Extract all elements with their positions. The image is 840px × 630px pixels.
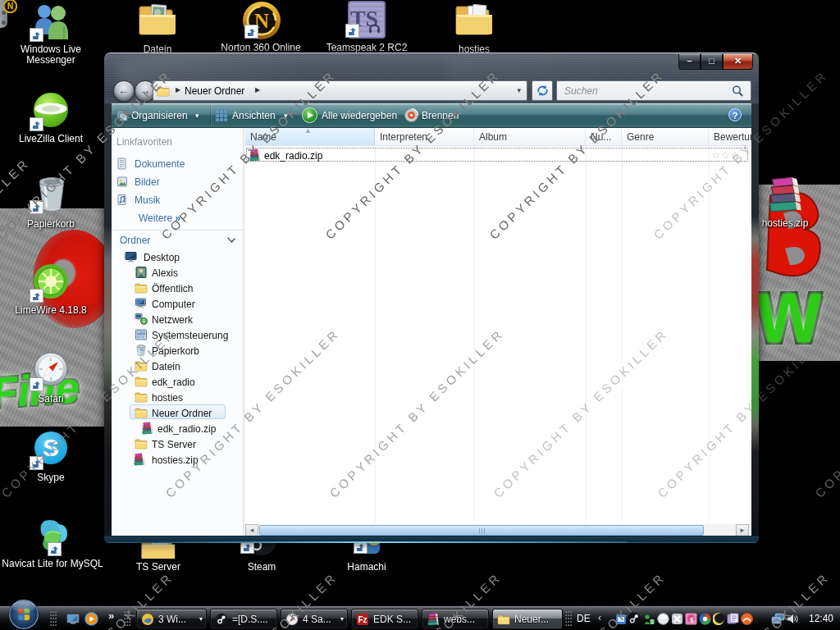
svg-text:Fz: Fz [358, 615, 367, 624]
svg-text:N: N [7, 2, 13, 11]
svg-text:T: T [692, 618, 696, 623]
